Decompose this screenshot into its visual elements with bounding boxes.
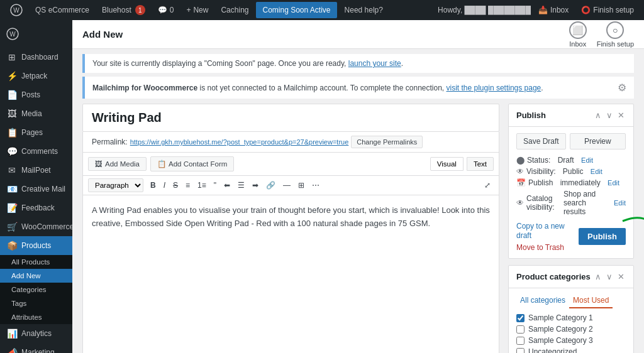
category-label-3: Sample Category 3 [528, 336, 593, 345]
categories-collapse-button[interactable]: ∧ [594, 271, 602, 283]
save-draft-button[interactable]: Save Draft [516, 133, 566, 149]
editor-body[interactable]: A Writing Pad enables you to visualise y… [82, 195, 499, 353]
align-right-button[interactable]: ➡ [249, 179, 262, 192]
categories-expand-button[interactable]: ∨ [605, 271, 614, 283]
bluehost-link[interactable]: Bluehost 1 [97, 5, 150, 15]
strikethrough-button[interactable]: S [170, 179, 181, 192]
sidebar-item-jetpack[interactable]: ⚡ Jetpack [0, 67, 72, 85]
caching-button[interactable]: Caching [216, 6, 253, 14]
sidebar-item-add-new[interactable]: Add New [0, 269, 72, 283]
category-item-1[interactable]: Sample Category 1 [516, 313, 626, 322]
notice-close-icon[interactable]: ⚙ [618, 82, 626, 94]
category-checkbox-4[interactable] [516, 348, 525, 354]
finish-setup-top-button[interactable]: ○ Finish setup [597, 21, 634, 48]
unordered-list-button[interactable]: ≡ [182, 179, 193, 192]
sidebar-item-marketing[interactable]: 📣 Marketing [0, 343, 72, 353]
mailchimp-notice: Mailchimp for Woocommerce is not yet con… [82, 77, 634, 99]
more-button[interactable]: ⋯ [309, 179, 323, 192]
editor-toolbar: 🖼 Add Media 📋 Add Contact Form Visual Te… [82, 153, 499, 176]
publish-time-edit-link[interactable]: Edit [608, 179, 619, 187]
new-button[interactable]: +New [181, 6, 213, 14]
sidebar-item-posts[interactable]: 📄 Posts [0, 85, 72, 104]
add-media-button[interactable]: 🖼 Add Media [88, 157, 147, 171]
category-item-3[interactable]: Sample Category 3 [516, 336, 626, 345]
publish-bottom: Copy to a new draft [516, 221, 626, 252]
inbox-button[interactable]: 📥Inbox [533, 6, 574, 14]
contact-form-icon: 📋 [157, 160, 166, 168]
site-name[interactable]: QS eCommerce [30, 6, 94, 14]
sidebar-item-mailpoet[interactable]: ✉ MailPoet [0, 161, 72, 180]
sidebar-item-media[interactable]: 🖼 Media [0, 104, 72, 123]
catalog-edit-link[interactable]: Edit [614, 199, 626, 207]
sidebar-item-comments[interactable]: 💬 Comments [0, 142, 72, 161]
sidebar-item-tags[interactable]: Tags [0, 296, 72, 310]
finish-setup-button[interactable]: ⭕Finish setup [576, 6, 639, 14]
sidebar-logo: W [0, 20, 72, 48]
wp-logo[interactable]: W [5, 4, 28, 16]
add-contact-form-button[interactable]: 📋 Add Contact Form [150, 156, 234, 171]
sidebar-item-dashboard[interactable]: ⊞ Dashboard [0, 48, 72, 67]
add-media-icon: 🖼 [95, 160, 103, 168]
italic-button[interactable]: I [160, 179, 169, 192]
status-edit-link[interactable]: Edit [581, 156, 593, 164]
align-center-button[interactable]: ☰ [235, 179, 248, 192]
category-item-2[interactable]: Sample Category 2 [516, 325, 626, 334]
bold-button[interactable]: B [147, 179, 159, 192]
category-checkbox-3[interactable] [516, 337, 525, 345]
mailpoet-icon: ✉ [6, 165, 18, 175]
category-checkbox-2[interactable] [516, 325, 525, 334]
panel-close-button[interactable]: ✕ [616, 109, 626, 121]
panel-collapse-button[interactable]: ∧ [594, 109, 602, 121]
sidebar-item-products[interactable]: 📦 Products [0, 236, 72, 255]
publish-meta: ⬤ Status: Draft Edit 👁 Visibility: Publi… [516, 156, 626, 216]
copy-to-draft-link[interactable]: Copy to a new draft [516, 222, 565, 240]
plugin-settings-link[interactable]: visit the plugin settings page [447, 84, 541, 92]
all-categories-tab[interactable]: All categories [516, 295, 569, 308]
sidebar-item-label: Jetpack [21, 72, 47, 80]
sidebar-item-label: Creative Mail [21, 185, 65, 193]
finish-setup-icon: ○ [606, 21, 624, 39]
sidebar-item-attributes[interactable]: Attributes [0, 310, 72, 324]
sidebar-item-feedback[interactable]: 📝 Feedback [0, 198, 72, 217]
link-button[interactable]: 🔗 [263, 179, 279, 192]
publish-button[interactable]: Publish [579, 228, 626, 245]
howdy-text: Howdy, ████ ████████ [438, 6, 531, 14]
table-button[interactable]: ⊞ [295, 179, 308, 192]
sidebar-item-pages[interactable]: 📋 Pages [0, 123, 72, 142]
tab-visual[interactable]: Visual [430, 157, 464, 171]
blockquote-button[interactable]: " [211, 179, 219, 192]
format-select[interactable]: Paragraph [88, 178, 143, 192]
tab-text[interactable]: Text [467, 157, 494, 171]
comment-count[interactable]: 💬0 [153, 6, 179, 14]
editor-sidebar: Publish ∧ ∨ ✕ Save Draft Preview [508, 104, 634, 353]
page-title: Add New [82, 29, 123, 40]
sidebar-item-all-products[interactable]: All Products [0, 255, 72, 269]
inbox-top-button[interactable]: ⬜ Inbox [569, 21, 587, 48]
sidebar-item-creativemail[interactable]: 📧 Creative Mail [0, 180, 72, 198]
preview-button[interactable]: Preview [570, 133, 626, 149]
launch-site-link[interactable]: launch your site [348, 59, 401, 68]
visibility-edit-link[interactable]: Edit [591, 168, 602, 175]
ordered-list-button[interactable]: 1≡ [194, 179, 209, 192]
fullscreen-button[interactable]: ⤢ [481, 179, 494, 192]
comments-icon: 💬 [6, 146, 18, 156]
most-used-tab[interactable]: Most Used [569, 295, 613, 308]
align-left-button[interactable]: ⬅ [221, 179, 233, 192]
post-title-input[interactable] [82, 104, 499, 132]
category-checkbox-1[interactable] [516, 314, 525, 322]
permalink-url[interactable]: https://wir.gkh.mybluehost.me/?post_type… [130, 138, 349, 146]
categories-close-button[interactable]: ✕ [616, 271, 626, 283]
sidebar-item-categories[interactable]: Categories [0, 283, 72, 296]
sidebar-item-woocommerce[interactable]: 🛒 WooCommerce [0, 217, 72, 236]
panel-expand-button[interactable]: ∨ [605, 109, 614, 121]
coming-soon-button[interactable]: Coming Soon Active [256, 2, 336, 18]
move-to-trash-link[interactable]: Move to Trash [516, 243, 564, 252]
sidebar-item-label: Pages [21, 128, 43, 137]
sidebar-item-label: Marketing [21, 348, 55, 353]
horizontal-rule-button[interactable]: — [280, 179, 294, 192]
change-permalink-button[interactable]: Change Permalinks [351, 136, 423, 148]
content-area: Add New ⬜ Inbox ○ Finish setup Your site… [72, 20, 644, 353]
need-help-button[interactable]: Need help? [340, 6, 388, 14]
sidebar-item-analytics[interactable]: 📊 Analytics [0, 324, 72, 343]
category-item-4[interactable]: Uncategorized [516, 347, 626, 353]
